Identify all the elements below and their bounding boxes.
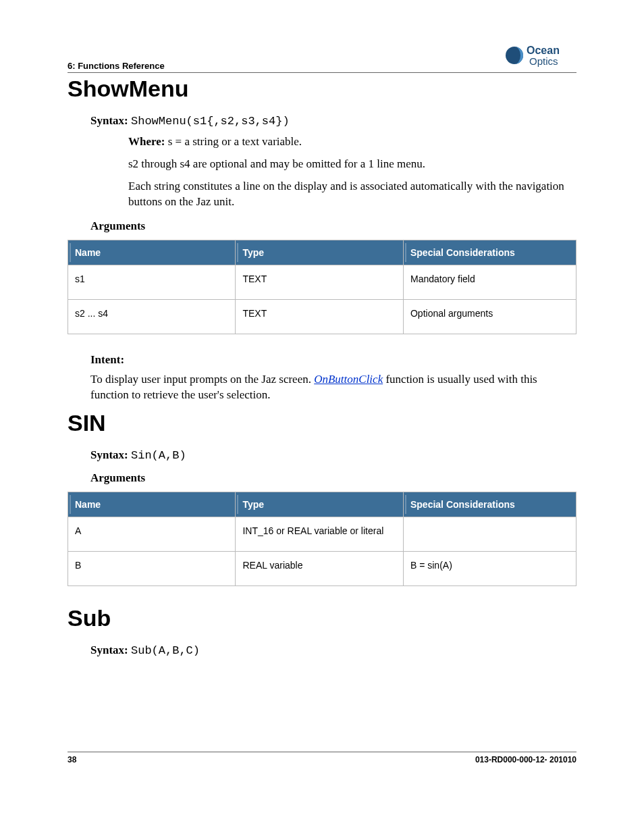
syntax-code: Sin(A,B): [131, 449, 186, 462]
page-number: 38: [68, 755, 76, 764]
sin-arguments-table: Name Type Special Considerations A INT_1…: [68, 492, 576, 586]
syntax-label: Syntax:: [90, 114, 131, 127]
cell-name: s2 ... s4: [68, 299, 236, 334]
table-header-name: Name: [68, 492, 236, 517]
cell-type: TEXT: [236, 265, 403, 299]
table-row: s1 TEXT Mandatory field: [68, 265, 576, 299]
syntax-label: Syntax:: [90, 448, 131, 461]
showmenu-arguments-table: Name Type Special Considerations s1 TEXT…: [68, 240, 576, 334]
cell-type: INT_16 or REAL variable or literal: [236, 517, 403, 551]
syntax-label: Syntax:: [90, 644, 131, 656]
cell-type: TEXT: [236, 299, 403, 334]
table-row: s2 ... s4 TEXT Optional arguments: [68, 299, 576, 334]
cell-spec: B = sin(A): [403, 551, 576, 585]
heading-showmenu: ShowMenu: [68, 76, 576, 102]
intent-text: To display user input prompts on the Jaz…: [90, 372, 576, 403]
intent-label: Intent:: [90, 353, 576, 367]
showmenu-para2: Each string constitutes a line on the di…: [128, 179, 576, 210]
cell-type: REAL variable: [236, 551, 403, 585]
table-header-name: Name: [68, 240, 236, 265]
showmenu-arguments-label: Arguments: [90, 219, 576, 233]
table-row: B REAL variable B = sin(A): [68, 551, 576, 585]
cell-spec: Optional arguments: [403, 299, 576, 334]
showmenu-where: Where: s = a string or a text variable.: [128, 134, 576, 150]
section-label: 6: Functions Reference: [68, 61, 165, 71]
heading-sub: Sub: [68, 605, 576, 631]
showmenu-para1: s2 through s4 are optional and may be om…: [128, 157, 576, 172]
heading-sin: SIN: [68, 410, 576, 436]
showmenu-syntax: Syntax: ShowMenu(s1{,s2,s3,s4}): [90, 114, 576, 128]
document-id: 013-RD000-000-12- 201010: [475, 755, 576, 764]
where-text: s = a string or a text variable.: [168, 135, 302, 148]
sin-arguments-label: Arguments: [90, 471, 576, 485]
syntax-code: Sub(A,B,C): [131, 644, 200, 657]
table-header-spec: Special Considerations: [403, 492, 576, 517]
table-header-type: Type: [236, 492, 403, 517]
where-label: Where:: [128, 135, 168, 148]
logo-text-bottom: Optics: [529, 55, 558, 67]
cell-spec: Mandatory field: [403, 265, 576, 299]
cell-spec: [403, 517, 576, 551]
cell-name: A: [68, 517, 236, 551]
intent-pre: To display user input prompts on the Jaz…: [90, 373, 314, 386]
table-row: A INT_16 or REAL variable or literal: [68, 517, 576, 551]
table-header-type: Type: [236, 240, 403, 265]
syntax-code: ShowMenu(s1{,s2,s3,s4}): [131, 115, 290, 128]
cell-name: B: [68, 551, 236, 585]
logo-text-top: Ocean: [527, 45, 560, 56]
sub-syntax: Syntax: Sub(A,B,C): [90, 644, 576, 657]
page-footer: 38 013-RD000-000-12- 201010: [68, 752, 576, 764]
table-header-spec: Special Considerations: [403, 240, 576, 265]
cell-name: s1: [68, 265, 236, 299]
onbuttonclick-link[interactable]: OnButtonClick: [314, 373, 383, 386]
sin-syntax: Syntax: Sin(A,B): [90, 448, 576, 462]
ocean-optics-logo: Ocean Optics: [502, 41, 576, 71]
page-header: 6: Functions Reference Ocean Optics: [68, 41, 576, 73]
